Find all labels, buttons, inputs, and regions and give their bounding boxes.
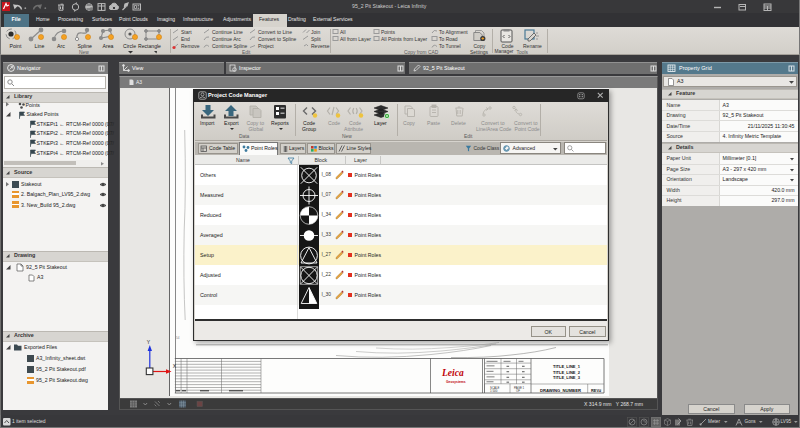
svg-text:X: X — [173, 363, 177, 369]
svg-text:Y: Y — [147, 339, 151, 345]
